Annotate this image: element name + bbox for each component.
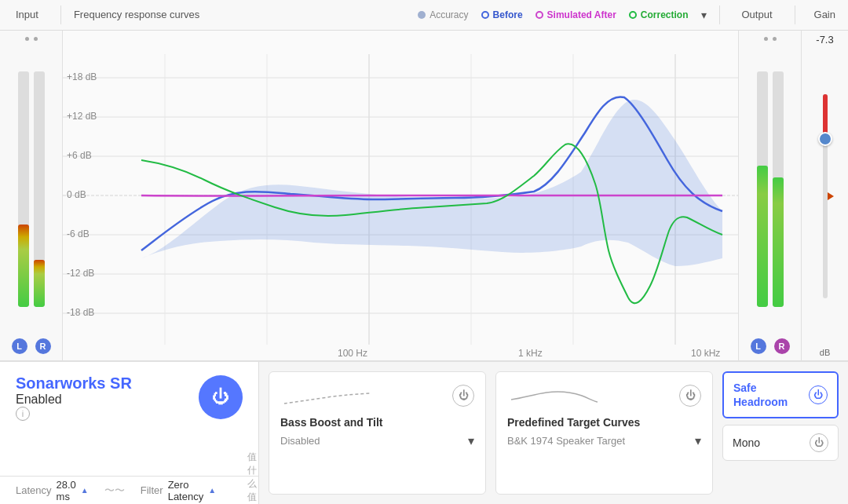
legend: Accuracy Before Simulated After Correcti… [418, 9, 706, 21]
legend-accuracy: Accuracy [418, 9, 468, 20]
divider-1 [60, 5, 61, 24]
target-curves-dropdown-row[interactable]: B&K 1974 Speaker Target ▾ [507, 433, 701, 448]
simulated-dot [535, 11, 543, 19]
svg-text:+6 dB: +6 dB [67, 150, 92, 161]
target-curves-chevron-icon[interactable]: ▾ [695, 433, 701, 448]
bottom-section: Sonarworks SR Enabled i ⏻ Latency 28.0 m… [0, 360, 848, 504]
svg-text:-12 dB: -12 dB [67, 268, 94, 279]
output-meter-dots [764, 37, 777, 41]
main-container: Input Frequency response curves Accuracy… [0, 0, 848, 504]
sonarworks-content: Sonarworks SR Enabled i ⏻ [16, 374, 243, 421]
watermark: 值什么值得买 [247, 451, 257, 505]
out-meter-l-fill [757, 166, 768, 307]
legend-correction: Correction [629, 9, 689, 20]
divider-wave: 〜〜 [104, 484, 125, 498]
safe-headroom-power-icon[interactable]: ⏻ [809, 385, 828, 404]
divider-2 [719, 5, 720, 24]
input-meter-bars [18, 71, 45, 307]
target-curve-svg [507, 380, 601, 411]
latency-arrow-icon[interactable]: ▲ [81, 486, 89, 495]
bass-boost-dropdown-row[interactable]: Disabled ▾ [280, 433, 474, 448]
output-meters: L R [738, 31, 801, 360]
gain-label: Gain [808, 9, 842, 20]
bass-boost-chevron-icon[interactable]: ▾ [468, 433, 474, 448]
output-channel-labels: L R [751, 338, 790, 354]
gain-db-label: dB [820, 348, 830, 357]
dot-2 [34, 37, 38, 41]
input-label: Input [6, 9, 48, 20]
latency-section: Latency 28.0 ms ▲ [16, 479, 89, 502]
legend-chevron-icon[interactable]: ▾ [701, 9, 707, 21]
gain-slider-track [823, 94, 828, 298]
mono-power-icon[interactable]: ⏻ [810, 433, 828, 452]
legend-before: Before [481, 9, 523, 20]
bass-boost-header: ⏻ [280, 380, 474, 411]
before-label: Before [493, 9, 523, 20]
input-meters: L R [0, 31, 63, 360]
mono-label: Mono [733, 436, 760, 449]
sonarworks-text: Sonarworks SR Enabled i [16, 374, 183, 421]
frequency-chart: +18 dB +12 dB +6 dB 0 dB -6 dB -12 dB -1… [63, 31, 738, 360]
target-curves-header: ⏻ [507, 380, 701, 411]
meter-l-track [18, 71, 29, 307]
freq-chart-svg: +18 dB +12 dB +6 dB 0 dB -6 dB -12 dB -1… [63, 31, 738, 360]
gain-thumb[interactable] [818, 132, 832, 146]
legend-simulated: Simulated After [535, 9, 616, 20]
latency-bar: Latency 28.0 ms ▲ 〜〜 Filter Zero Latency… [0, 476, 258, 504]
svg-text:-18 dB: -18 dB [67, 307, 94, 318]
target-curves-panel: ⏻ Predefined Target Curves B&K 1974 Spea… [495, 371, 713, 495]
sonarworks-panel: Sonarworks SR Enabled i ⏻ [0, 362, 259, 476]
gain-slider-container[interactable] [823, 49, 828, 345]
bass-boost-status: Disabled [280, 435, 320, 447]
filter-section: Filter Zero Latency ▲ [141, 479, 216, 502]
output-meter-bars [757, 71, 784, 307]
latency-value: 28.0 ms [57, 479, 76, 502]
info-icon[interactable]: i [16, 407, 30, 421]
gain-red-fill [823, 94, 828, 133]
out-meter-r-fill [773, 177, 784, 307]
svg-text:+12 dB: +12 dB [67, 111, 97, 122]
filter-label: Filter [141, 484, 163, 496]
correction-dot [629, 11, 637, 19]
freq-label: Frequency response curves [74, 9, 405, 20]
out-meter-l-track [757, 71, 768, 307]
bass-boost-curve [280, 380, 375, 411]
svg-text:10 kHz: 10 kHz [691, 348, 720, 359]
output-l-badge: L [751, 338, 766, 354]
out-dot-2 [773, 37, 777, 41]
before-dot [481, 11, 489, 19]
gain-value: -7.3 [816, 34, 833, 46]
target-curves-power-btn[interactable]: ⏻ [679, 385, 701, 407]
meter-r-fill [34, 260, 45, 307]
svg-text:0 dB: 0 dB [67, 189, 86, 200]
correction-label: Correction [641, 9, 689, 20]
bass-boost-panel: ⏻ Bass Boost and Tilt Disabled ▾ [269, 371, 486, 495]
filter-arrow-icon[interactable]: ▲ [208, 486, 216, 495]
target-curves-value: B&K 1974 Speaker Target [507, 435, 625, 447]
safe-headroom-button[interactable]: SafeHeadroom ⏻ [722, 371, 839, 418]
safe-headroom-label: SafeHeadroom [733, 381, 788, 409]
svg-text:100 Hz: 100 Hz [338, 348, 367, 359]
input-channel-labels: L R [12, 338, 51, 354]
sonarworks-title: Sonarworks SR [16, 374, 183, 393]
power-icon-large: ⏻ [212, 387, 229, 407]
svg-text:1 kHz: 1 kHz [518, 348, 543, 359]
mono-button[interactable]: Mono ⏻ [722, 425, 839, 461]
gain-section: -7.3 dB [801, 31, 848, 360]
power-button-large[interactable]: ⏻ [199, 375, 243, 419]
input-r-badge: R [35, 338, 51, 354]
out-meter-r-track [773, 71, 784, 307]
chart-area: L R [0, 31, 848, 360]
out-dot-1 [764, 37, 768, 41]
header-bar: Input Frequency response curves Accuracy… [0, 0, 848, 31]
right-panels: SafeHeadroom ⏻ Mono ⏻ [722, 362, 848, 504]
svg-text:-6 dB: -6 dB [67, 228, 90, 239]
input-l-badge: L [12, 338, 27, 354]
svg-text:+18 dB: +18 dB [67, 71, 97, 82]
input-meter-dots [25, 37, 38, 41]
bass-boost-power-btn[interactable]: ⏻ [452, 385, 474, 407]
meter-l-fill [18, 225, 29, 307]
output-r-badge: R [774, 338, 790, 354]
latency-label: Latency [16, 484, 52, 496]
sonarworks-status: Enabled [16, 393, 183, 407]
